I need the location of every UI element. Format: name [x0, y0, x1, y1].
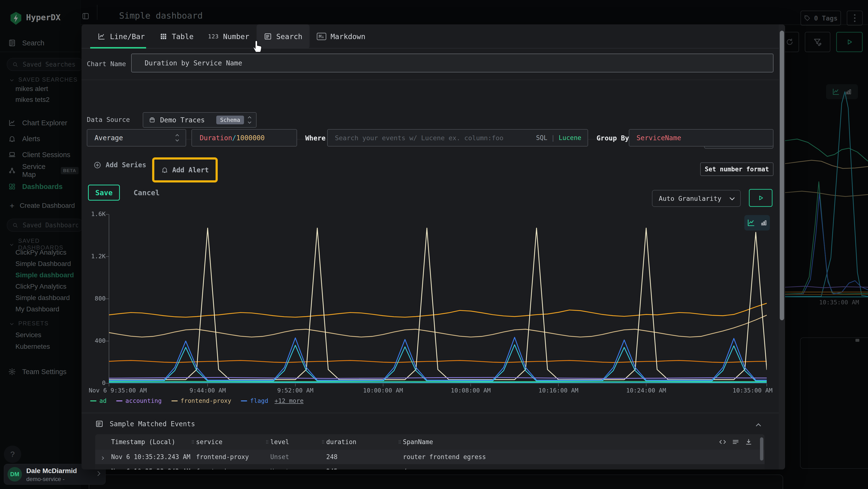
sidebar-item-service-map[interactable]: Service MapBETA	[6, 164, 79, 177]
legend-more-link[interactable]: +12 more	[275, 397, 304, 404]
tab-search[interactable]: Search	[256, 24, 310, 49]
app-screen: Simple dashboard 0 Tags 10:	[0, 0, 868, 489]
top-bar: Simple dashboard 0 Tags	[0, 0, 868, 25]
tab-markdown[interactable]: M↓Markdown	[310, 24, 373, 49]
set-number-format-button[interactable]: Set number format	[700, 163, 774, 176]
tab-number[interactable]: 123Number	[201, 24, 256, 49]
run-query-button[interactable]	[836, 32, 863, 52]
select-chevrons-icon	[176, 135, 179, 141]
tab-label: Search	[276, 32, 302, 41]
chart-name-field[interactable]	[131, 54, 774, 73]
preset-item[interactable]: Services	[16, 331, 41, 339]
table-row[interactable]: Nov 6 10:35:23.243 AMfrontend-proxyUnset…	[95, 450, 765, 464]
legend-item-accounting[interactable]: accounting	[116, 397, 162, 404]
collapse-events-icon[interactable]	[756, 423, 761, 428]
sidebar-item-search[interactable]: Search	[6, 36, 78, 50]
legend-item-frontend-proxy[interactable]: frontend-proxy	[172, 397, 231, 404]
help-button[interactable]: ?	[4, 445, 21, 463]
sidebar-item-alerts[interactable]: Alerts	[6, 132, 79, 146]
saved-dashboard-item[interactable]: Simple dashboard	[16, 294, 70, 302]
aggregation-select[interactable]: Average	[87, 129, 186, 146]
y-tick-label: 1.6K	[82, 210, 105, 218]
column-drag-icon[interactable]	[320, 439, 326, 445]
legend-item-flagd[interactable]: flagd	[241, 397, 268, 404]
active-tab-underline	[90, 47, 146, 49]
row-expand-icon[interactable]	[100, 456, 104, 460]
chart-style-toggle[interactable]	[744, 215, 770, 230]
column-drag-icon[interactable]	[190, 439, 195, 445]
saved-dashboard-item[interactable]: ClickPy Analytics	[16, 283, 66, 290]
saved-searches-header[interactable]: SAVED SEARCHES	[10, 76, 78, 83]
group-by-input[interactable]	[629, 130, 773, 146]
query-language-toggle[interactable]: SQL | Lucene	[536, 134, 581, 141]
presets-header[interactable]: PRESETS	[10, 320, 49, 327]
group-by-field[interactable]	[629, 129, 774, 146]
run-chart-button[interactable]	[749, 189, 773, 207]
column-header-spanname[interactable]: SpanName	[403, 438, 433, 445]
column-drag-icon[interactable]	[397, 439, 402, 445]
sidebar-item-client-sessions[interactable]: Client Sessions	[6, 148, 79, 162]
filter-button[interactable]	[805, 32, 830, 52]
section-divider	[82, 80, 785, 80]
saved-search-item[interactable]: mikes tets2	[16, 96, 50, 104]
add-series-button[interactable]: Add Series	[94, 161, 146, 169]
sidebar-collapse-icon[interactable]	[82, 12, 90, 20]
column-header-duration[interactable]: duration	[326, 438, 356, 445]
saved-dashboards-input[interactable]	[22, 221, 79, 229]
topbar-divider	[97, 5, 97, 20]
cancel-button[interactable]: Cancel	[131, 185, 162, 201]
column-header-service[interactable]: service	[196, 438, 222, 445]
column-header-level[interactable]: level	[270, 438, 289, 445]
y-tick-label: 1.2K	[82, 253, 105, 260]
modal-scrollbar-thumb[interactable]	[780, 31, 784, 320]
saved-dashboards-search[interactable]	[7, 219, 84, 232]
table-row[interactable]: Nov 6 10:35:23.243 AMfrontendUnset245/	[95, 464, 765, 469]
where-field[interactable]: SQL | Lucene	[327, 129, 588, 146]
row-density-icon[interactable]	[732, 438, 740, 446]
cell-spanname: /	[403, 468, 407, 469]
column-header-timestamp-local-[interactable]: Timestamp (Local)	[111, 438, 175, 445]
sidebar-item-label: Service Map	[22, 163, 55, 179]
sidebar-item-dashboards[interactable]: Dashboards	[6, 180, 79, 193]
y-tick	[105, 341, 109, 341]
column-drag-icon[interactable]	[265, 439, 270, 445]
saved-searches-search[interactable]	[7, 58, 84, 71]
saved-dashboard-item[interactable]: My Dashboard	[16, 305, 59, 313]
view-source-icon[interactable]	[719, 438, 726, 446]
tab-table[interactable]: Table	[152, 24, 201, 49]
x-tick	[207, 383, 208, 386]
tags-label: 0 Tags	[814, 15, 838, 22]
lucene-toggle[interactable]: Lucene	[559, 134, 581, 141]
main-chart[interactable]	[109, 214, 767, 383]
download-icon[interactable]	[745, 438, 752, 446]
resize-handle[interactable]	[856, 339, 859, 342]
dashboard-menu-button[interactable]	[847, 10, 863, 26]
saved-search-item[interactable]: mikes alert	[16, 85, 48, 93]
sample-events-header[interactable]: Sample Matched Events	[95, 420, 195, 428]
tab-label: Markdown	[331, 32, 366, 41]
add-alert-button-highlighted[interactable]: Add Alert	[152, 157, 218, 182]
save-button[interactable]: Save	[88, 185, 120, 201]
tags-button[interactable]: 0 Tags	[801, 10, 841, 26]
tab-line-bar[interactable]: Line/Bar	[90, 24, 152, 49]
sidebar-item-team-settings[interactable]: Team Settings	[6, 365, 78, 379]
field-expression-input[interactable]: Duration/1000000	[191, 129, 297, 146]
events-scrollbar[interactable]	[760, 437, 763, 461]
create-dashboard-button[interactable]: + Create Dashboard	[10, 202, 75, 209]
legend-item-ad[interactable]: ad	[90, 397, 106, 404]
saved-dashboard-item[interactable]: ClickPy Analytics	[16, 249, 66, 256]
field-expr-token: /	[232, 134, 236, 142]
tab-label: Number	[223, 32, 249, 41]
x-tick	[767, 383, 767, 386]
preset-item[interactable]: Kubernetes	[16, 343, 50, 350]
chart-name-input[interactable]	[132, 54, 773, 72]
saved-searches-input[interactable]	[22, 61, 79, 68]
list-icon	[95, 420, 103, 428]
sql-toggle[interactable]: SQL	[536, 134, 547, 141]
sidebar-item-chart-explorer[interactable]: Chart Explorer	[6, 116, 79, 130]
granularity-select[interactable]: Auto Granularity	[652, 190, 741, 207]
data-source-select[interactable]: Demo Traces Schema	[143, 112, 256, 128]
line-chart-icon	[747, 219, 755, 227]
saved-dashboard-item[interactable]: Simple Dashboard	[16, 260, 71, 268]
saved-dashboard-item[interactable]: Simple dashboard	[16, 271, 74, 279]
